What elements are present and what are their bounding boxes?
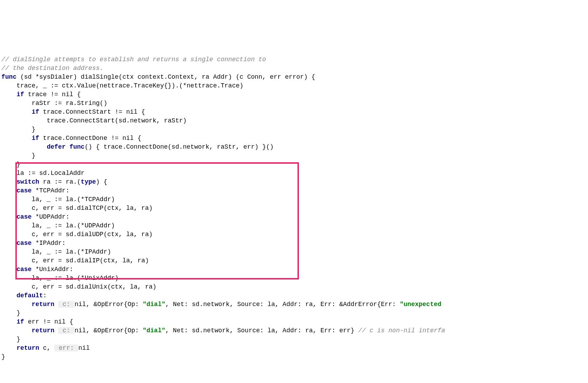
code-token: func — [1, 73, 16, 80]
code-token: return — [31, 301, 54, 308]
code-token: nil, &OpError{Op: — [75, 327, 142, 334]
code-token — [1, 135, 31, 142]
code-token: } — [1, 353, 5, 360]
code-token: if — [16, 318, 24, 325]
code-line[interactable]: if trace != nil { — [1, 90, 588, 99]
code-token: // the destination address. — [1, 65, 104, 72]
code-line[interactable]: func (sd *sysDialer) dialSingle(ctx cont… — [1, 73, 588, 81]
code-token: case — [16, 213, 31, 220]
code-token: if — [31, 108, 39, 115]
code-token: case — [16, 187, 31, 194]
code-line[interactable]: } — [1, 125, 588, 134]
code-token: switch — [16, 178, 39, 185]
code-line[interactable]: } — [1, 160, 588, 169]
code-line[interactable]: raStr := ra.String() — [1, 99, 588, 108]
code-line[interactable]: case *UnixAddr: — [1, 265, 588, 274]
code-lines: // dialSingle attempts to establish and … — [1, 55, 588, 361]
code-token: } — [1, 161, 20, 168]
code-line[interactable]: c, err = sd.dialTCP(ctx, la, ra) — [1, 204, 588, 213]
code-line[interactable]: switch ra := ra.(type) { — [1, 178, 588, 186]
code-token: *UnixAddr: — [31, 266, 73, 273]
code-token: , Net: sd.network, Source: la, Addr: ra,… — [166, 327, 358, 334]
code-token: trace, _ := ctx.Value(nettrace.TraceKey{… — [1, 82, 243, 89]
code-token — [54, 301, 58, 308]
code-token: *UDPAddr: — [31, 213, 69, 220]
code-token: ra := ra.( — [39, 178, 81, 185]
code-line[interactable]: c, err = sd.dialUnix(ctx, la, ra) — [1, 283, 588, 291]
code-token — [1, 178, 16, 185]
code-line[interactable]: return c, err: nil — [1, 344, 588, 353]
code-token: type — [81, 178, 96, 185]
code-token: } — [1, 152, 35, 159]
code-line[interactable]: return c: nil, &OpError{Op: "dial", Net:… — [1, 300, 588, 309]
code-line[interactable]: c, err = sd.dialUDP(ctx, la, ra) — [1, 230, 588, 239]
code-token: c: — [58, 301, 75, 308]
code-line[interactable]: if trace.ConnectDone != nil { — [1, 134, 588, 143]
code-line[interactable]: } — [1, 353, 588, 361]
code-token: if — [31, 135, 39, 142]
code-token: la, _ := la.(*IPAddr) — [1, 248, 111, 255]
code-token: nil — [78, 345, 90, 352]
code-line[interactable]: } — [1, 151, 588, 160]
code-token: err != nil { — [24, 318, 73, 325]
code-token: default — [16, 292, 43, 299]
code-token — [1, 327, 31, 334]
code-line[interactable]: c, err = sd.dialIP(ctx, la, ra) — [1, 256, 588, 265]
code-line[interactable]: // dialSingle attempts to establish and … — [1, 55, 588, 64]
code-token: *TCPAddr: — [31, 187, 69, 194]
code-token: (sd *sysDialer) dialSingle(ctx context.C… — [16, 73, 315, 80]
code-token — [1, 318, 16, 325]
code-token: *IPAddr: — [31, 240, 65, 247]
code-token: la := sd.LocalAddr — [1, 170, 85, 177]
code-token: if — [16, 91, 24, 98]
code-line[interactable]: case *IPAddr: — [1, 239, 588, 248]
code-token: "dial" — [143, 327, 166, 334]
code-token: trace.ConnectDone != nil { — [39, 135, 141, 142]
code-editor[interactable]: // dialSingle attempts to establish and … — [1, 38, 588, 379]
code-line[interactable]: if trace.ConnectStart != nil { — [1, 108, 588, 116]
code-line[interactable]: trace.ConnectStart(sd.network, raStr) — [1, 116, 588, 125]
code-line[interactable]: la, _ := la.(*IPAddr) — [1, 248, 588, 256]
code-token — [1, 301, 31, 308]
code-token: ) { — [96, 178, 107, 185]
code-token: defer func — [47, 143, 85, 150]
code-token: case — [16, 266, 31, 273]
code-token: c, err = sd.dialTCP(ctx, la, ra) — [1, 205, 153, 212]
code-line[interactable]: default: — [1, 291, 588, 300]
code-token: err: — [54, 345, 78, 352]
code-token: } — [1, 336, 20, 343]
code-token — [1, 266, 16, 273]
code-line[interactable]: case *UDPAddr: — [1, 213, 588, 221]
code-line[interactable]: la := sd.LocalAddr — [1, 169, 588, 178]
code-line[interactable]: trace, _ := ctx.Value(nettrace.TraceKey{… — [1, 81, 588, 90]
code-token: return — [16, 345, 39, 352]
code-token: } — [1, 310, 20, 317]
code-token: "unexpected — [400, 301, 441, 308]
code-token: c, err = sd.dialIP(ctx, la, ra) — [1, 257, 149, 264]
code-token: la, _ := la.(*TCPAddr) — [1, 196, 115, 203]
code-token: c: — [58, 327, 75, 334]
code-token: return — [31, 327, 54, 334]
code-token: nil, &OpError{Op: — [75, 301, 142, 308]
code-line[interactable]: return c: nil, &OpError{Op: "dial", Net:… — [1, 326, 588, 335]
code-token: trace.ConnectStart(sd.network, raStr) — [1, 117, 187, 124]
code-line[interactable]: if err != nil { — [1, 318, 588, 326]
code-token — [1, 345, 16, 352]
code-line[interactable]: } — [1, 335, 588, 344]
code-token — [1, 108, 31, 115]
code-line[interactable]: la, _ := la.(*UnixAddr) — [1, 274, 588, 283]
code-line[interactable]: } — [1, 309, 588, 318]
code-token — [1, 187, 16, 194]
code-line[interactable]: la, _ := la.(*UDPAddr) — [1, 221, 588, 230]
code-token — [1, 91, 16, 98]
code-token — [1, 240, 16, 247]
code-token: () { trace.ConnectDone(sd.network, raStr… — [85, 143, 274, 150]
code-line[interactable]: // the destination address. — [1, 64, 588, 73]
code-line[interactable]: defer func() { trace.ConnectDone(sd.netw… — [1, 143, 588, 151]
code-token: c, err = sd.dialUDP(ctx, la, ra) — [1, 231, 153, 238]
code-line[interactable]: la, _ := la.(*TCPAddr) — [1, 195, 588, 204]
code-token — [1, 213, 16, 220]
code-token: c, — [39, 345, 54, 352]
code-token: c, err = sd.dialUnix(ctx, la, ra) — [1, 283, 156, 290]
code-line[interactable]: case *TCPAddr: — [1, 186, 588, 195]
